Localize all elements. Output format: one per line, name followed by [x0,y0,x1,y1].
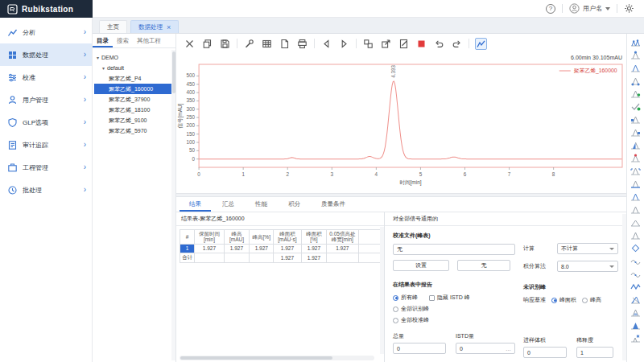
peak-filled-icon[interactable] [630,320,642,331]
peak-marker-top-icon[interactable] [630,50,642,60]
tree-item-3[interactable]: 聚苯乙烯_37900 [94,94,174,105]
peak-confirm-icon[interactable] [630,101,642,112]
wrench-icon[interactable] [243,38,255,50]
baseline-wave-blue-icon[interactable] [630,282,642,292]
sidebar-item-user-management[interactable]: 用户管理› [0,88,92,111]
column-header: 0.05倍高处 峰宽[min] [327,230,358,245]
tree-item-6[interactable]: 聚苯乙烯_5970 [94,125,174,136]
tab-数据处理[interactable]: 数据处理× [130,20,179,33]
tree-item-5[interactable]: 聚苯乙烯_9100 [94,115,174,125]
total-amount-input[interactable]: 0 [393,343,446,354]
manual-point-icon[interactable] [630,243,642,253]
more-icon[interactable]: … [506,346,511,352]
sidebar-item-audit-trail[interactable]: 审计追踪› [0,134,92,156]
peak-add-icon[interactable] [630,88,642,99]
sidebar-item-calibration[interactable]: 校准› [0,66,92,88]
split-right-icon[interactable] [630,127,642,138]
svg-text:2: 2 [286,171,289,177]
injection-volume-input[interactable]: 0 [523,347,567,358]
result-tab-3[interactable]: 性能 [246,197,277,212]
sidebar-item-glp-options[interactable]: GLP选项› [0,111,92,134]
peak-corners-icon[interactable] [630,166,642,176]
sidebar-item-batch-processing[interactable]: 批处理› [0,179,92,201]
crossed-peaks-icon[interactable] [630,294,642,305]
redo-icon[interactable] [451,38,463,50]
result-tab-2[interactable]: 汇总 [213,197,244,212]
peak-wide-icon[interactable] [630,217,642,228]
result-tab-5[interactable]: 质量条件 [312,197,355,212]
baseline-wave-icon[interactable] [630,256,642,266]
calibration-file-input[interactable]: 无 [393,244,515,255]
annotate-icon[interactable] [398,38,410,50]
result-tab-4[interactable]: 积分 [279,197,310,212]
peak-baseline-icon[interactable] [630,179,642,189]
undo-icon[interactable] [433,38,445,50]
svg-text:3: 3 [331,171,334,177]
table-row[interactable]: 11.9271.9271.9271.9271.9271.927 [180,244,384,253]
results-vscrollbar[interactable] [380,227,384,354]
peak-delete-icon[interactable] [630,153,642,163]
baseline-wave2-icon[interactable] [630,269,642,279]
settings-scrollbar[interactable] [622,214,626,360]
close-tab-icon[interactable]: × [167,23,171,31]
set-button[interactable]: 设置 [393,260,449,271]
file-panel-tab-1[interactable]: 目录 [93,34,113,47]
tree-node-folder[interactable]: ▾default [94,63,174,73]
result-tab-1[interactable]: 结果 [180,197,211,212]
peak-tool-icon-14[interactable] [630,204,642,215]
column-header: 峰高[%] [250,230,274,245]
next-icon[interactable] [338,38,350,50]
checkbox-hide-istd[interactable]: 隐藏 ISTD 峰 [429,294,470,302]
svg-text:0: 0 [192,156,196,162]
peak-tool-icon-13[interactable] [630,191,642,202]
select-peaks-icon[interactable] [630,37,642,47]
results-hscrollbar[interactable] [180,356,374,360]
file-panel-tab-3[interactable]: 其他工程 [133,34,165,47]
table-icon[interactable] [261,38,273,50]
sidebar-item-analysis[interactable]: 分析› [0,21,92,43]
file-tree-scrollbar[interactable] [171,50,175,360]
svg-text:50: 50 [189,147,196,153]
compare-icon[interactable] [362,38,374,50]
peak-hatch-icon[interactable] [630,307,642,318]
results-title: 结果表-聚苯乙烯_160000 [176,212,384,226]
file-panel-tabs: 目录搜索其他工程 [93,34,175,48]
printer-icon[interactable] [296,38,308,50]
radio-all-peaks[interactable]: 所有峰 [393,294,418,302]
none-button[interactable]: 无 [457,260,510,271]
tab-主页[interactable]: 主页 [99,20,127,33]
istd-amount-input[interactable]: 0 … [456,343,515,354]
prev-icon[interactable] [320,38,332,50]
file-panel-tab-2[interactable]: 搜索 [113,34,133,47]
dilution-input[interactable]: 1 [576,347,613,358]
tree-item-4[interactable]: 聚苯乙烯_18100 [94,105,174,115]
peak-outline-icon[interactable] [630,63,642,73]
tree-item-2[interactable]: 聚苯乙烯_160000 [94,84,174,94]
radio-all-identified[interactable]: 全部识别峰 [393,305,515,313]
calc-select[interactable]: 不计算 [557,243,618,254]
peak-tool-icon-16[interactable] [630,230,642,241]
chart-view-icon[interactable] [475,38,487,50]
close-icon[interactable] [184,38,196,50]
stop-icon[interactable] [415,38,427,50]
radio-peak-height[interactable]: 峰高 [582,296,601,304]
split-left-icon[interactable] [630,114,642,125]
peak-star-icon[interactable] [630,333,642,343]
gear-icon[interactable] [624,3,634,14]
save-icon[interactable] [219,38,231,50]
chromatogram-chart[interactable]: 6.00min 30.105mAU05010015020025030035040… [176,53,626,193]
tree-item-1[interactable]: 聚苯乙烯_P4 [94,73,174,84]
sidebar-item-data-processing[interactable]: 数据处理› [0,43,92,66]
integration-algorithm-select[interactable]: 8.0 [557,261,618,272]
report-icon[interactable] [279,38,291,50]
help-icon[interactable]: ? [546,4,555,14]
radio-all-calibrated[interactable]: 全部校准峰 [393,316,515,324]
radio-peak-area[interactable]: 峰面积 [551,296,576,304]
sidebar-item-project-management[interactable]: 工程管理› [0,156,92,179]
tree-node-root[interactable]: ▾DEMO [94,52,174,63]
copy-icon[interactable] [201,38,213,50]
peak-half-fill-icon[interactable] [630,140,642,150]
peak-base-points-icon[interactable] [630,76,642,86]
user-menu[interactable]: 用户名 [569,3,610,14]
export-icon[interactable] [380,38,392,50]
